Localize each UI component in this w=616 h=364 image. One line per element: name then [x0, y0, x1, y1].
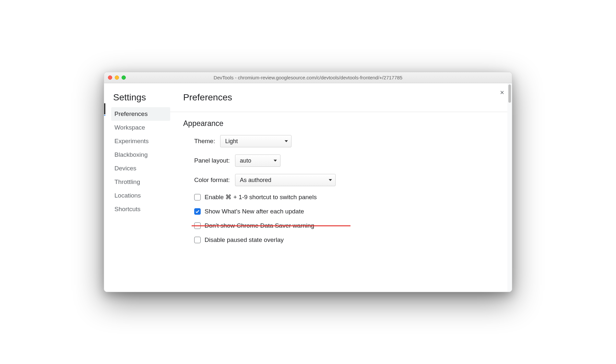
scrollbar-track[interactable] — [507, 83, 512, 292]
traffic-lights — [108, 75, 126, 80]
color-format-label: Color format: — [194, 176, 230, 184]
content-area: Settings Preferences Workspace Experimen… — [104, 83, 512, 292]
checkbox-row-shortcut: Enable ⌘ + 1-9 shortcut to switch panels — [194, 193, 499, 201]
color-format-row: Color format: As authored — [194, 174, 499, 186]
sidebar-item-blackboxing[interactable]: Blackboxing — [111, 148, 170, 162]
sidebar-item-workspace[interactable]: Workspace — [111, 121, 170, 134]
sidebar-item-throttling[interactable]: Throttling — [111, 175, 170, 189]
sidebar: Settings Preferences Workspace Experimen… — [105, 83, 170, 292]
sidebar-item-locations[interactable]: Locations — [111, 189, 170, 202]
checkbox-row-paused-overlay: Disable paused state overlay — [194, 236, 499, 244]
sidebar-item-preferences[interactable]: Preferences — [111, 107, 170, 121]
color-format-select[interactable]: As authored — [235, 174, 336, 186]
checkbox-disable-paused-overlay[interactable] — [194, 237, 201, 243]
minimize-window-button[interactable] — [115, 75, 119, 80]
chevron-down-icon — [274, 160, 277, 162]
panel-layout-row: Panel layout: auto — [194, 154, 499, 167]
panel-layout-select[interactable]: auto — [235, 154, 280, 167]
close-window-button[interactable] — [108, 75, 112, 80]
titlebar[interactable]: DevTools - chromium-review.googlesource.… — [104, 72, 512, 83]
panel-layout-select-value: auto — [240, 157, 251, 164]
checkbox-row-data-saver: Don't show Chrome Data Saver warning — [194, 222, 499, 229]
window-title: DevTools - chromium-review.googlesource.… — [104, 75, 512, 80]
checkbox-label: Enable ⌘ + 1-9 shortcut to switch panels — [205, 193, 317, 201]
divider — [170, 112, 512, 112]
chevron-down-icon — [329, 179, 332, 181]
scrollbar-thumb[interactable] — [508, 85, 511, 103]
sidebar-item-experiments[interactable]: Experiments — [111, 134, 170, 148]
main-panel: × Preferences Appearance Theme: Light Pa… — [170, 83, 512, 292]
checkbox-label: Disable paused state overlay — [205, 236, 284, 244]
strikethrough-annotation — [192, 225, 350, 226]
panel-layout-label: Panel layout: — [194, 157, 230, 164]
checkbox-label: Show What's New after each update — [205, 208, 304, 215]
page-title: Preferences — [183, 92, 499, 103]
theme-select-value: Light — [225, 138, 238, 145]
theme-label: Theme: — [194, 138, 215, 145]
app-window: DevTools - chromium-review.googlesource.… — [104, 72, 512, 292]
theme-select[interactable]: Light — [220, 135, 291, 147]
checkbox-show-whats-new[interactable] — [194, 208, 201, 215]
color-format-select-value: As authored — [240, 177, 271, 184]
sidebar-item-devices[interactable]: Devices — [111, 162, 170, 175]
appearance-group: Theme: Light Panel layout: auto Color fo… — [183, 135, 499, 244]
checkbox-enable-shortcut[interactable] — [194, 194, 201, 200]
checkbox-row-whatsnew: Show What's New after each update — [194, 208, 499, 215]
theme-row: Theme: Light — [194, 135, 499, 147]
sidebar-item-shortcuts[interactable]: Shortcuts — [111, 202, 170, 216]
section-title-appearance: Appearance — [183, 119, 499, 128]
maximize-window-button[interactable] — [122, 75, 126, 80]
chevron-down-icon — [285, 140, 288, 142]
close-icon[interactable]: × — [500, 89, 504, 96]
sidebar-title: Settings — [111, 92, 170, 103]
